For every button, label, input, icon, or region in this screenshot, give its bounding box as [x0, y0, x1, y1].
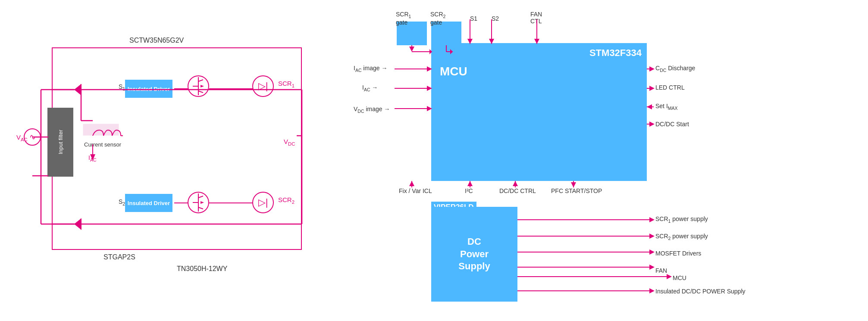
dc-power-text: DCPowerSupply: [458, 236, 490, 273]
mosfet-2-symbol: [188, 193, 208, 212]
fix-var-label: Fix / Var ICL: [399, 187, 432, 194]
ac-wave-symbol: ∿: [29, 132, 36, 142]
scr-2-symbol: ▷|: [252, 192, 274, 213]
svg-marker-60: [649, 86, 655, 91]
sctw-label: SCTW35N65G2V: [129, 37, 184, 44]
scr-1-diode: ▷|: [258, 81, 268, 91]
scr1-power-label: SCR1 power supply: [655, 215, 708, 224]
svg-marker-68: [467, 181, 473, 186]
svg-line-6: [198, 196, 203, 198]
dcdc-start-label: DC/DC Start: [655, 121, 689, 128]
svg-line-7: [198, 207, 203, 209]
fan-label: FAN: [655, 267, 667, 274]
page: SCTW35N65G2V Input filter ∿ VAC S1 → Ins…: [0, 0, 868, 321]
mosfet-2: [188, 192, 209, 213]
insulated-dcdc-label: Insulated DC/DC POWER Supply: [655, 288, 746, 295]
i2c-label: I²C: [465, 187, 473, 194]
scr-1-symbol: ▷|: [252, 75, 274, 97]
ins-driver-2-text: Insulated Driver: [128, 200, 170, 206]
scr2-power-label: SCR2 power supply: [655, 233, 708, 241]
iac-image-label: IAC image →: [354, 65, 387, 73]
dc-power-box: DCPowerSupply: [431, 207, 517, 302]
iac-label-right: IAC →: [362, 84, 378, 92]
svg-marker-84: [649, 288, 655, 293]
input-filter-label: Input filter: [57, 130, 64, 154]
mcu-box: STM32F334: [431, 43, 647, 181]
right-diagram: SCR1gate SCR2gate S1 S2 FANCTL STM32F334…: [345, 9, 854, 319]
mosfet-1: [188, 75, 209, 97]
s1-top-label: S1: [470, 15, 477, 22]
s2-top-label: S2: [492, 15, 499, 22]
stm-title: STM32F334: [589, 47, 642, 59]
current-sensor-label: Current sensor: [84, 141, 121, 148]
vac-sub: AC: [21, 137, 28, 142]
vac-v: V: [16, 134, 21, 141]
svg-marker-4: [201, 85, 204, 87]
mcu-out-label: MCU: [673, 274, 686, 281]
scr1-gate-label: SCR1gate: [396, 11, 411, 26]
svg-marker-82: [667, 274, 672, 279]
left-diagram: SCTW35N65G2V Input filter ∿ VAC S1 → Ins…: [9, 13, 319, 306]
scr2-gate-label: SCR2gate: [430, 11, 445, 26]
cdc-discharge-label: CDC Discharge: [655, 65, 695, 73]
svg-marker-58: [649, 66, 655, 72]
dcdc-ctrl-label: DC/DC CTRL: [499, 187, 536, 194]
fan-ctl-label: FANCTL: [530, 11, 542, 25]
vdc-image-label: VDC image →: [354, 106, 390, 114]
mosfet-drivers-label: MOSFET Drivers: [655, 250, 701, 257]
scr2-label: SCR2: [278, 196, 295, 205]
scr-2-diode: ▷|: [258, 198, 268, 207]
svg-line-2: [198, 91, 203, 93]
ins-driver-1-text: Insulated Driver: [128, 86, 170, 92]
svg-marker-74: [649, 217, 655, 222]
scr1-label: SCR1: [278, 80, 295, 88]
insulated-driver-1: Insulated Driver: [125, 80, 172, 98]
vac-label: VAC: [16, 134, 28, 142]
insulated-driver-2: Insulated Driver: [125, 194, 172, 212]
led-ctrl-label: LED CTRL: [655, 84, 685, 91]
svg-marker-39: [409, 47, 414, 52]
set-imax-label: Set IMAX: [655, 103, 678, 111]
iac-label: IAC: [88, 154, 96, 162]
vdc-label: VDC: [284, 138, 295, 146]
svg-line-1: [198, 80, 203, 81]
svg-marker-80: [649, 265, 655, 270]
svg-marker-64: [649, 122, 655, 127]
stgap-label: STGAP2S: [103, 253, 135, 261]
mcu-title: MCU: [440, 65, 467, 78]
mosfet-1-symbol: [188, 76, 208, 96]
svg-marker-78: [649, 249, 655, 255]
svg-marker-66: [409, 181, 414, 186]
pfc-start-label: PFC START/STOP: [551, 187, 602, 194]
svg-marker-72: [571, 182, 576, 187]
svg-marker-62: [647, 104, 652, 109]
svg-marker-70: [513, 181, 518, 186]
svg-marker-9: [201, 201, 204, 204]
input-filter-box: Input filter: [47, 108, 73, 177]
svg-marker-76: [649, 234, 655, 239]
tn-label: TN3050H-12WY: [177, 265, 227, 273]
